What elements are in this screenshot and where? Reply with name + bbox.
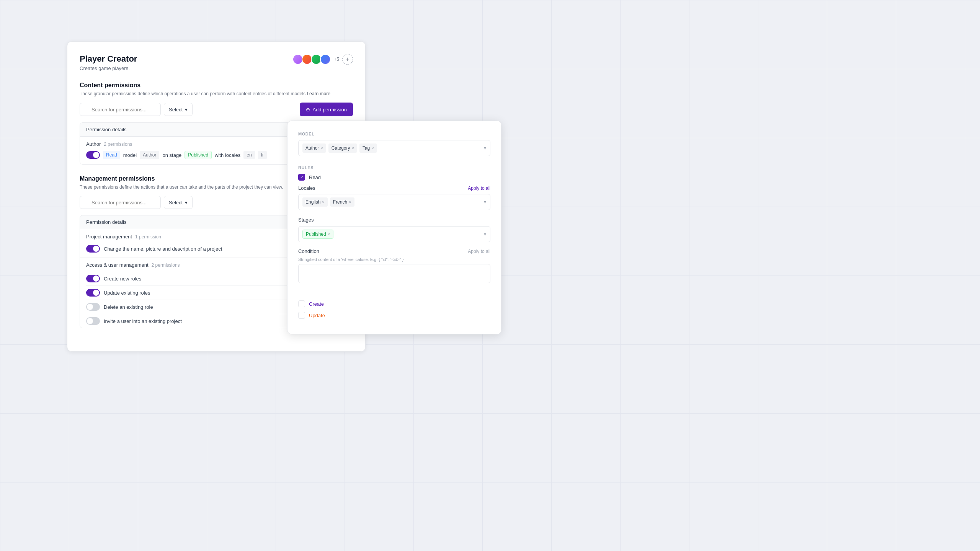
stages-label-row: Stages: [298, 216, 490, 223]
rule-model-badge: Author: [140, 151, 159, 159]
remove-french-icon[interactable]: ×: [349, 200, 351, 204]
create-checkbox-row: Create: [298, 300, 490, 307]
rules-section: Rules Read Locales Apply to all English …: [298, 165, 490, 285]
read-checkbox[interactable]: [298, 174, 305, 181]
content-search-wrapper: ⌕: [80, 103, 161, 116]
remove-tag-icon[interactable]: ×: [371, 146, 374, 150]
divider: [298, 294, 490, 294]
perm-toggle[interactable]: [86, 151, 100, 159]
remove-author-icon[interactable]: ×: [320, 146, 323, 150]
chevron-down-icon: ▾: [484, 199, 486, 205]
condition-apply-to-all[interactable]: Apply to all: [468, 249, 490, 254]
perm-toggle[interactable]: [86, 303, 100, 311]
content-permissions-desc: These granular permissions define which …: [80, 91, 353, 96]
management-select-button[interactable]: Select ▾: [164, 196, 193, 209]
stages-select-field[interactable]: Published × ▾: [298, 226, 490, 242]
locales-header: Locales Apply to all: [298, 185, 490, 191]
model-label: Model: [298, 132, 490, 136]
locales-label: Locales: [298, 185, 315, 191]
avatar: [320, 54, 331, 65]
content-select-button[interactable]: Select ▾: [164, 103, 193, 116]
avatars-row: +5 +: [292, 54, 353, 65]
remove-published-icon[interactable]: ×: [328, 232, 330, 236]
locale-tag-english: English ×: [302, 197, 328, 207]
locales-apply-to-all[interactable]: Apply to all: [468, 186, 490, 191]
add-member-button[interactable]: +: [342, 54, 353, 65]
stages-label: Stages: [298, 217, 314, 223]
rule-locale-fr-badge: fr: [258, 151, 267, 159]
management-search-input[interactable]: [80, 196, 161, 209]
model-tag-author: Author ×: [302, 143, 326, 153]
model-section: Model Author × Category × Tag × ▾: [298, 132, 490, 156]
right-panel: Model Author × Category × Tag × ▾ Rules …: [287, 121, 501, 334]
perm-toggle[interactable]: [86, 275, 100, 282]
read-checkbox-row: Read: [298, 174, 490, 181]
content-search-input[interactable]: [80, 103, 161, 116]
perm-toggle[interactable]: [86, 317, 100, 325]
app-subtitle: Creates game players.: [80, 65, 353, 71]
content-permissions-title: Content permissions: [80, 82, 353, 89]
content-permissions-toolbar: ⌕ Select ▾ ⊕ Add permission: [80, 103, 353, 116]
remove-category-icon[interactable]: ×: [352, 146, 354, 150]
create-label: Create: [309, 301, 324, 307]
rule-stage-badge: Published: [185, 151, 212, 159]
rule-locale-en-badge: en: [243, 151, 255, 159]
condition-input[interactable]: [298, 264, 490, 283]
create-checkbox[interactable]: [298, 300, 305, 307]
chevron-down-icon: ▾: [185, 200, 188, 205]
rule-action-badge: Read: [103, 151, 120, 159]
upload-icon: ⊕: [306, 107, 310, 112]
chevron-down-icon: ▾: [484, 145, 486, 151]
condition-header: Condition Apply to all: [298, 248, 490, 254]
rules-label: Rules: [298, 165, 490, 170]
condition-hint: Stringified content of a 'where' caluse.…: [298, 257, 490, 262]
model-tag-tag: Tag ×: [359, 143, 377, 153]
update-checkbox-row: Update: [298, 312, 490, 319]
remove-english-icon[interactable]: ×: [322, 200, 324, 204]
chevron-down-icon: ▾: [484, 231, 486, 237]
model-tag-category: Category ×: [328, 143, 357, 153]
locale-tag-french: French ×: [330, 197, 354, 207]
stage-tag-published: Published ×: [302, 230, 333, 239]
chevron-down-icon: ▾: [185, 107, 188, 112]
condition-label: Condition: [298, 248, 319, 254]
perm-toggle[interactable]: [86, 245, 100, 253]
add-permission-button[interactable]: ⊕ Add permission: [300, 103, 353, 116]
read-label: Read: [309, 174, 321, 180]
avatar-extra-count: +5: [334, 57, 339, 62]
learn-more-link[interactable]: Learn more: [307, 91, 330, 96]
update-checkbox[interactable]: [298, 312, 305, 319]
model-select-field[interactable]: Author × Category × Tag × ▾: [298, 140, 490, 156]
mgmt-search-wrapper: ⌕: [80, 196, 161, 209]
perm-toggle[interactable]: [86, 289, 100, 297]
locales-select-field[interactable]: English × French × ▾: [298, 194, 490, 210]
update-label: Update: [309, 313, 325, 318]
